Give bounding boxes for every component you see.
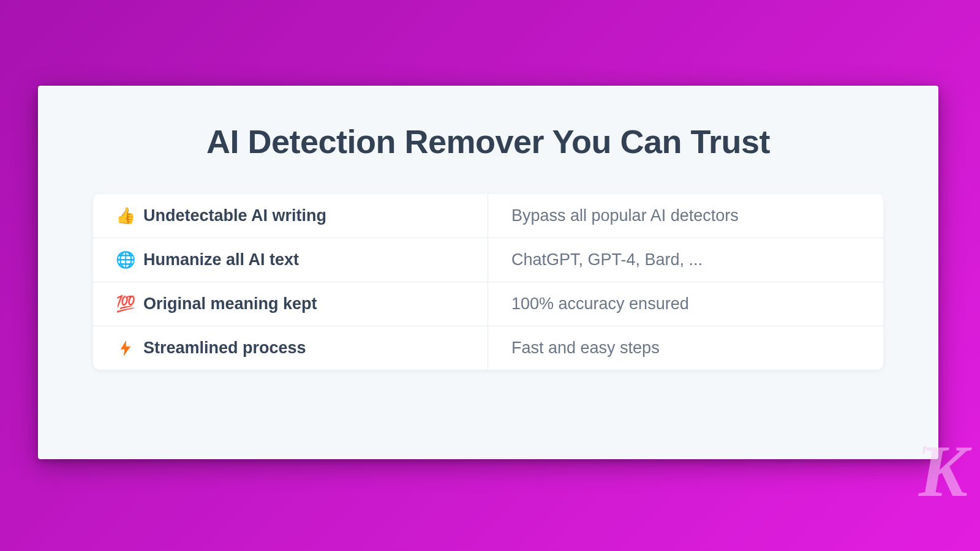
feature-row: 🌐 Humanize all AI text ChatGPT, GPT-4, B… xyxy=(93,238,883,282)
globe-icon: 🌐 xyxy=(116,250,135,269)
content-card: AI Detection Remover You Can Trust 👍 Und… xyxy=(38,86,938,459)
feature-desc: Bypass all popular AI detectors xyxy=(511,206,739,225)
feature-title: Humanize all AI text xyxy=(143,250,299,269)
feature-right-cell: Bypass all popular AI detectors xyxy=(488,194,883,238)
feature-left-cell: 🌐 Humanize all AI text xyxy=(93,238,488,282)
feature-desc: 100% accuracy ensured xyxy=(511,294,689,313)
bolt-icon xyxy=(116,340,135,356)
feature-title: Undetectable AI writing xyxy=(143,206,326,225)
watermark-logo: 'K xyxy=(919,435,963,508)
feature-right-cell: ChatGPT, GPT-4, Bard, ... xyxy=(488,238,883,282)
feature-desc: ChatGPT, GPT-4, Bard, ... xyxy=(511,250,703,269)
feature-left-cell: 👍 Undetectable AI writing xyxy=(93,194,488,238)
page-title: AI Detection Remover You Can Trust xyxy=(38,122,938,160)
thumbs-up-icon: 👍 xyxy=(116,206,135,225)
feature-right-cell: 100% accuracy ensured xyxy=(488,282,883,326)
feature-left-cell: 💯 Original meaning kept xyxy=(93,282,488,326)
feature-table: 👍 Undetectable AI writing Bypass all pop… xyxy=(93,194,883,370)
feature-title: Streamlined process xyxy=(143,339,306,358)
feature-row: 👍 Undetectable AI writing Bypass all pop… xyxy=(93,194,883,238)
hundred-icon: 💯 xyxy=(116,294,135,313)
feature-row: 💯 Original meaning kept 100% accuracy en… xyxy=(93,282,883,326)
feature-desc: Fast and easy steps xyxy=(511,339,660,358)
feature-row: Streamlined process Fast and easy steps xyxy=(93,326,883,370)
feature-right-cell: Fast and easy steps xyxy=(488,326,883,370)
feature-title: Original meaning kept xyxy=(143,294,317,313)
feature-left-cell: Streamlined process xyxy=(93,326,488,370)
